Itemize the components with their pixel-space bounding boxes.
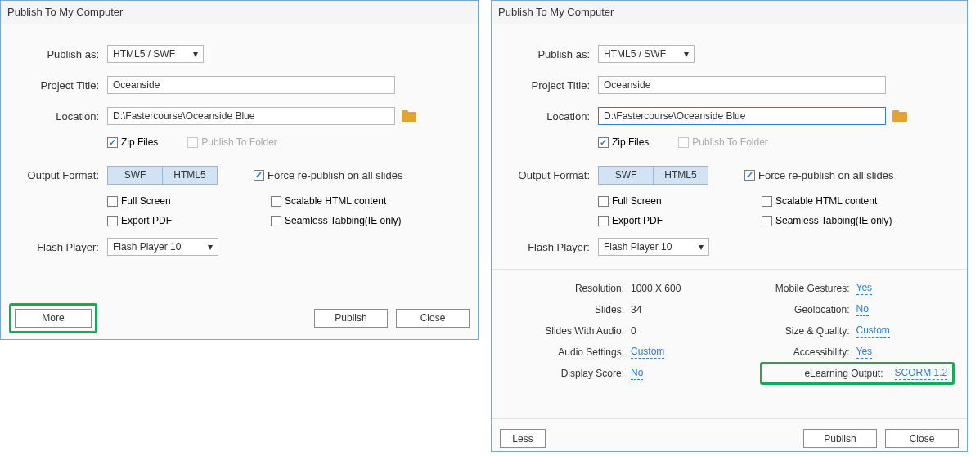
checkbox-icon xyxy=(744,170,755,181)
geolocation-label: Geolocation: xyxy=(734,304,856,315)
zip-files-checkbox[interactable]: Zip Files xyxy=(107,136,158,148)
seamless-tabbing-checkbox[interactable]: Seamless Tabbing(IE only) xyxy=(762,215,892,226)
output-format-label: Output Format: xyxy=(1,169,107,181)
checkbox-icon xyxy=(271,216,281,226)
full-screen-label: Full Screen xyxy=(612,195,662,207)
checkbox-icon xyxy=(254,170,264,181)
seamless-tabbing-checkbox[interactable]: Seamless Tabbing(IE only) xyxy=(271,215,402,226)
seamless-tabbing-label: Seamless Tabbing(IE only) xyxy=(775,215,892,226)
location-input[interactable]: D:\Fastercourse\Oceanside Blue xyxy=(107,107,395,125)
checkbox-icon xyxy=(107,216,118,226)
swf-toggle[interactable]: SWF xyxy=(598,166,654,185)
publish-to-folder-checkbox: Publish To Folder xyxy=(187,136,277,148)
publish-to-folder-checkbox: Publish To Folder xyxy=(678,136,768,148)
flash-player-label: Flash Player: xyxy=(492,241,598,253)
export-pdf-checkbox[interactable]: Export PDF xyxy=(107,215,246,226)
publish-as-select[interactable]: HTML5 / SWF ▾ xyxy=(107,45,204,63)
resolution-value: 1000 X 600 xyxy=(631,283,681,294)
dialog-title: Publish To My Computer xyxy=(492,1,967,24)
audio-settings-label: Audio Settings: xyxy=(492,346,631,358)
chevron-down-icon: ▾ xyxy=(193,48,198,60)
chevron-down-icon: ▾ xyxy=(684,48,689,60)
accessibility-label: Accessibility: xyxy=(734,346,856,358)
project-title-label: Project Title: xyxy=(1,79,107,92)
accessibility-link[interactable]: Yes xyxy=(856,346,873,359)
publish-dialog-collapsed: Publish To My Computer Publish as: HTML5… xyxy=(0,0,479,340)
export-pdf-label: Export PDF xyxy=(121,215,172,226)
publish-to-folder-label: Publish To Folder xyxy=(201,136,277,148)
display-score-link[interactable]: No xyxy=(631,367,643,380)
checkbox-icon xyxy=(598,137,609,148)
project-title-input[interactable]: Oceanside xyxy=(598,76,886,94)
publish-dialog-expanded: Publish To My Computer Publish as: HTML5… xyxy=(491,0,968,452)
dialog-title: Publish To My Computer xyxy=(1,1,478,24)
geolocation-link[interactable]: No xyxy=(856,303,869,316)
export-pdf-label: Export PDF xyxy=(612,215,663,226)
zip-files-label: Zip Files xyxy=(121,136,158,148)
checkbox-icon xyxy=(107,196,118,207)
publish-button[interactable]: Publish xyxy=(803,429,877,448)
force-republish-label: Force re-publish on all slides xyxy=(267,169,402,181)
location-value: D:\Fastercourse\Oceanside Blue xyxy=(604,110,745,122)
flash-player-select[interactable]: Flash Player 10 ▾ xyxy=(107,238,218,256)
output-format-label: Output Format: xyxy=(492,169,598,181)
flash-player-select[interactable]: Flash Player 10 ▾ xyxy=(598,238,709,256)
full-screen-checkbox[interactable]: Full Screen xyxy=(107,195,246,207)
publish-as-label: Publish as: xyxy=(492,48,598,60)
output-format-toggle: SWF HTML5 xyxy=(107,166,218,185)
force-republish-checkbox[interactable]: Force re-publish on all slides xyxy=(744,169,893,181)
scalable-html-checkbox[interactable]: Scalable HTML content xyxy=(271,195,402,207)
checkbox-icon xyxy=(762,216,772,226)
audio-settings-link[interactable]: Custom xyxy=(631,346,664,359)
full-screen-label: Full Screen xyxy=(121,195,171,207)
flash-player-value: Flash Player 10 xyxy=(113,241,181,253)
export-pdf-checkbox[interactable]: Export PDF xyxy=(598,215,737,226)
scalable-html-checkbox[interactable]: Scalable HTML content xyxy=(762,195,892,207)
project-title-label: Project Title: xyxy=(492,79,598,92)
location-label: Location: xyxy=(1,110,107,123)
resolution-label: Resolution: xyxy=(492,283,631,294)
elearning-highlight: eLearning Output: SCORM 1.2 xyxy=(760,362,955,385)
more-highlight: More xyxy=(9,303,97,333)
swf-toggle[interactable]: SWF xyxy=(107,166,163,185)
checkbox-icon xyxy=(678,137,689,148)
project-title-value: Oceanside xyxy=(113,79,160,91)
flash-player-value: Flash Player 10 xyxy=(604,241,672,253)
mobile-gestures-label: Mobile Gestures: xyxy=(734,283,856,294)
full-screen-checkbox[interactable]: Full Screen xyxy=(598,195,737,207)
project-title-input[interactable]: Oceanside xyxy=(107,76,395,94)
scalable-html-label: Scalable HTML content xyxy=(775,195,877,207)
scalable-html-label: Scalable HTML content xyxy=(285,195,386,207)
less-button[interactable]: Less xyxy=(500,429,546,448)
close-button[interactable]: Close xyxy=(885,429,959,448)
publish-as-select[interactable]: HTML5 / SWF ▾ xyxy=(598,45,695,63)
size-quality-link[interactable]: Custom xyxy=(856,324,890,338)
zip-files-checkbox[interactable]: Zip Files xyxy=(598,136,649,148)
mobile-gestures-link[interactable]: Yes xyxy=(856,282,873,295)
checkbox-icon xyxy=(762,196,772,207)
location-input[interactable]: D:\Fastercourse\Oceanside Blue xyxy=(598,107,886,125)
force-republish-label: Force re-publish on all slides xyxy=(758,169,893,181)
checkbox-icon xyxy=(598,216,609,226)
html5-toggle[interactable]: HTML5 xyxy=(653,166,708,185)
force-republish-checkbox[interactable]: Force re-publish on all slides xyxy=(254,169,402,181)
folder-icon[interactable] xyxy=(402,110,416,122)
slides-value: 34 xyxy=(631,304,641,315)
checkbox-icon xyxy=(187,137,198,148)
slides-label: Slides: xyxy=(492,304,631,315)
seamless-tabbing-label: Seamless Tabbing(IE only) xyxy=(285,215,402,226)
folder-icon[interactable] xyxy=(892,110,907,122)
output-format-toggle: SWF HTML5 xyxy=(598,166,708,185)
project-title-value: Oceanside xyxy=(604,79,650,91)
publish-button[interactable]: Publish xyxy=(314,309,388,328)
location-value: D:\Fastercourse\Oceanside Blue xyxy=(113,110,254,122)
close-button[interactable]: Close xyxy=(396,309,470,328)
slides-with-audio-value: 0 xyxy=(631,325,636,337)
chevron-down-icon: ▾ xyxy=(208,241,213,253)
elearning-output-link[interactable]: SCORM 1.2 xyxy=(895,367,948,380)
html5-toggle[interactable]: HTML5 xyxy=(162,166,218,185)
publish-as-value: HTML5 / SWF xyxy=(604,48,666,60)
slides-with-audio-label: Slides With Audio: xyxy=(492,325,631,337)
more-button[interactable]: More xyxy=(15,309,92,328)
size-quality-label: Size & Quality: xyxy=(734,325,856,337)
